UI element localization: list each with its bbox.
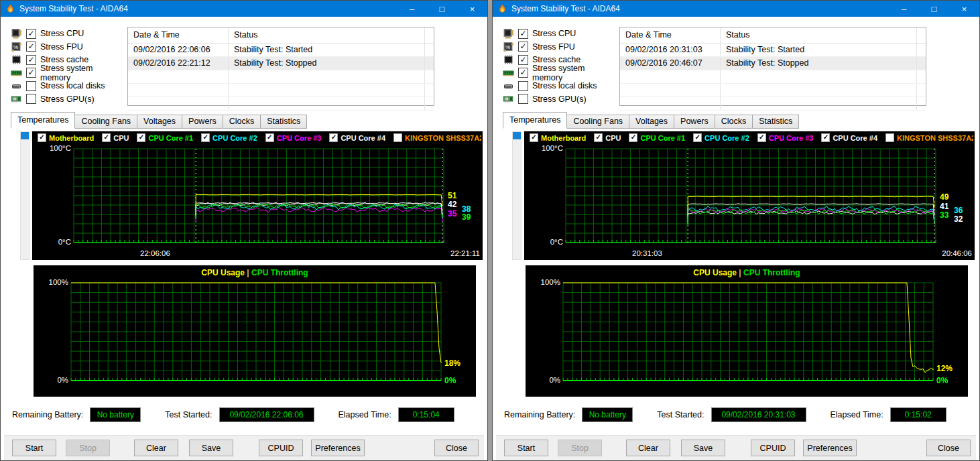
- tab-powers[interactable]: Powers: [182, 115, 223, 129]
- save-button[interactable]: Save: [681, 440, 725, 456]
- disk-icon: [503, 80, 514, 91]
- log-cell-spacer: [917, 84, 926, 96]
- tab-statistics[interactable]: Statistics: [260, 115, 307, 129]
- tab-temperatures[interactable]: Temperatures: [503, 112, 567, 129]
- titlebar[interactable]: System Stability Test - AIDA64 – □ ×: [493, 1, 979, 17]
- stress-checkbox[interactable]: ✓: [26, 29, 36, 39]
- usage-end-value: 0%: [444, 376, 456, 385]
- stress-option-label: Stress local disks: [40, 81, 105, 90]
- tab-powers[interactable]: Powers: [674, 115, 715, 129]
- log-cell-spacer: [917, 44, 926, 56]
- preferences-button[interactable]: Preferences: [311, 440, 365, 456]
- log-cell-empty: [229, 70, 425, 83]
- series-end-value: 33: [940, 210, 948, 220]
- series-end-value: 32: [954, 214, 963, 224]
- stress-checkbox[interactable]: [518, 94, 528, 104]
- titlebar[interactable]: System Stability Test - AIDA64 – □ ×: [1, 1, 487, 17]
- desktop: System Stability Test - AIDA64 – □ × ✓St…: [0, 0, 980, 461]
- elapsed-time-value: 0:15:02: [890, 407, 946, 422]
- ram-icon: [11, 68, 22, 78]
- log-cell-empty: [620, 84, 721, 96]
- tab-clocks[interactable]: Clocks: [715, 115, 753, 129]
- stress-checkbox[interactable]: [26, 94, 36, 104]
- log-col-spacer: [425, 27, 434, 43]
- log-row[interactable]: 09/02/2016 22:21:12Stability Test: Stopp…: [128, 57, 434, 70]
- clear-button[interactable]: Clear: [626, 440, 670, 456]
- start-button[interactable]: Start: [12, 440, 56, 456]
- stress-checkbox[interactable]: ✓: [518, 29, 528, 39]
- gpu-icon: [503, 94, 514, 105]
- x-axis-end-label: 20:46:06: [942, 249, 972, 257]
- stress-option-label: Stress local disks: [532, 81, 597, 90]
- cpuid-button[interactable]: CPUID: [259, 440, 303, 456]
- tab-voltages[interactable]: Voltages: [629, 115, 674, 129]
- log-cell-status: Stability Test: Stopped: [721, 57, 917, 70]
- minimize-icon[interactable]: –: [397, 1, 427, 17]
- scrollbar-thumb[interactable]: [513, 132, 521, 139]
- tab-voltages[interactable]: Voltages: [137, 115, 182, 129]
- y-axis-max-label: 100%: [530, 278, 560, 286]
- window-content: ✓Stress CPU%✓Stress FPU✓Stress cache✓Str…: [1, 17, 487, 460]
- maximize-icon[interactable]: □: [427, 1, 457, 17]
- chart-scrollbar[interactable]: [512, 131, 522, 260]
- log-cell-status: Stability Test: Started: [721, 44, 917, 56]
- chart-scrollbar[interactable]: [20, 131, 29, 260]
- log-row[interactable]: 09/02/2016 20:46:07Stability Test: Stopp…: [620, 57, 926, 70]
- minimize-icon[interactable]: –: [889, 1, 919, 17]
- cpuid-button[interactable]: CPUID: [751, 440, 795, 456]
- stress-checkbox[interactable]: ✓: [518, 55, 528, 65]
- stress-checkbox[interactable]: ✓: [518, 42, 528, 52]
- stress-option: ✓Stress system memory: [503, 68, 617, 78]
- log-row-empty: [128, 84, 434, 97]
- log-row[interactable]: 09/02/2016 20:31:03Stability Test: Start…: [620, 44, 926, 57]
- svg-text:%: %: [13, 44, 18, 50]
- stress-options-list: ✓Stress CPU%✓Stress FPU✓Stress cache✓Str…: [11, 27, 125, 106]
- tab-clocks[interactable]: Clocks: [223, 115, 261, 129]
- log-cell-status: Stability Test: Started: [229, 44, 425, 56]
- window-title: System Stability Test - AIDA64: [511, 4, 620, 13]
- clear-button[interactable]: Clear: [134, 440, 178, 456]
- stress-checkbox[interactable]: [518, 81, 528, 91]
- log-row-empty: [128, 70, 434, 84]
- log-row[interactable]: 09/02/2016 22:06:06Stability Test: Start…: [128, 44, 434, 57]
- log-cell-empty: [128, 97, 229, 110]
- stress-option: %✓Stress FPU: [11, 42, 125, 52]
- preferences-button[interactable]: Preferences: [803, 440, 857, 456]
- status-bar: Remaining Battery: No battery Test Start…: [504, 407, 976, 422]
- save-button[interactable]: Save: [189, 440, 233, 456]
- start-button[interactable]: Start: [504, 440, 548, 456]
- log-cell-date-time: 09/02/2016 20:31:03: [620, 44, 721, 56]
- log-cell-empty: [620, 97, 721, 110]
- stress-checkbox[interactable]: ✓: [26, 55, 36, 65]
- stress-checkbox[interactable]: [26, 81, 36, 91]
- close-button[interactable]: Close: [926, 440, 971, 456]
- tab-temperatures[interactable]: Temperatures: [11, 112, 75, 129]
- stress-checkbox[interactable]: ✓: [26, 68, 36, 78]
- stop-button: Stop: [66, 440, 110, 456]
- y-axis-max-label: 100%: [38, 278, 68, 286]
- disk-icon: [11, 80, 22, 91]
- maximize-icon[interactable]: □: [919, 1, 949, 17]
- temperature-chart: ✓Motherboard✓CPU✓CPU Core #1✓CPU Core #2…: [524, 131, 975, 260]
- tab-cooling-fans[interactable]: Cooling Fans: [74, 115, 137, 129]
- event-log-table[interactable]: Date & TimeStatus09/02/2016 22:06:06Stab…: [127, 27, 434, 106]
- log-col-status: Status: [721, 27, 917, 43]
- tab-cooling-fans[interactable]: Cooling Fans: [566, 115, 629, 129]
- stress-checkbox[interactable]: ✓: [26, 42, 36, 52]
- button-bar: StartStopClearSaveCPUIDPreferencesClose: [496, 435, 976, 460]
- close-button[interactable]: Close: [434, 440, 479, 456]
- event-log-table[interactable]: Date & TimeStatus09/02/2016 20:31:03Stab…: [619, 27, 926, 106]
- log-cell-date-time: 09/02/2016 22:21:12: [128, 57, 229, 70]
- log-cell-empty: [128, 84, 229, 96]
- stress-checkbox[interactable]: ✓: [518, 68, 528, 78]
- test-started-value: 09/02/2016 20:31:03: [711, 407, 806, 422]
- close-icon[interactable]: ×: [949, 1, 979, 17]
- log-cell-empty: [721, 70, 917, 83]
- scrollbar-thumb[interactable]: [21, 132, 29, 139]
- log-col-date-time: Date & Time: [620, 27, 721, 43]
- usage-end-value: 0%: [936, 376, 948, 385]
- close-icon[interactable]: ×: [457, 1, 487, 17]
- remaining-battery-value: No battery: [582, 407, 633, 422]
- stress-option-label: Stress CPU: [532, 29, 576, 38]
- tab-statistics[interactable]: Statistics: [752, 115, 799, 129]
